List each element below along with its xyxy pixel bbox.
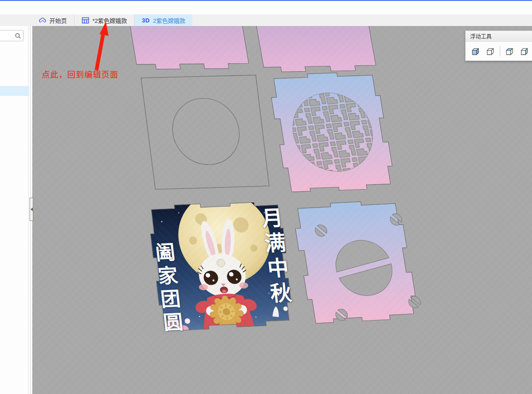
- tab-label: 开始页: [49, 16, 67, 25]
- sidebar-border: [28, 26, 29, 394]
- outline-panel[interactable]: [138, 74, 270, 190]
- window-title-strip: [0, 1, 532, 14]
- grid-icon: [82, 17, 89, 24]
- search-input[interactable]: [0, 31, 15, 40]
- floating-toolbar-body: [466, 42, 532, 61]
- right-face-cube-icon[interactable]: [519, 46, 530, 56]
- tab-3d-preview[interactable]: 3D 2紫色嫦娥款: [135, 14, 192, 26]
- top-face-cube-icon[interactable]: [504, 46, 515, 56]
- wireframe-view-cube-icon[interactable]: [485, 46, 496, 56]
- left-sidebar: [0, 26, 31, 394]
- search-box[interactable]: [0, 30, 24, 41]
- sidebar-selected-row[interactable]: [0, 86, 29, 96]
- annotation-arrow: [89, 20, 114, 72]
- tab-bar: 开始页 *2紫色嫦娥款 3D 2紫色嫦娥款: [0, 14, 532, 26]
- tab-start-page[interactable]: 开始页: [31, 14, 74, 26]
- toolbar-separator: [500, 46, 500, 56]
- photo-panel[interactable]: 月满中秋 阖家团圆: [146, 199, 296, 338]
- floating-toolbar: 浮动工具: [465, 30, 532, 61]
- window-accent-bar: [0, 0, 532, 1]
- annotation-text: 点此，回到编辑页面: [42, 68, 118, 80]
- lid-panel-right[interactable]: [240, 26, 377, 73]
- solid-view-cube-icon[interactable]: [470, 46, 481, 56]
- maze-panel[interactable]: [266, 71, 400, 197]
- application-window: 开始页 *2紫色嫦娥款 3D 2紫色嫦娥款: [0, 0, 532, 394]
- cloud-icon: [39, 17, 46, 24]
- floating-toolbar-header[interactable]: 浮动工具: [466, 31, 532, 42]
- tab-3d-badge: 3D: [142, 17, 150, 24]
- slot-panel[interactable]: [291, 198, 437, 336]
- lid-panel-left[interactable]: [119, 26, 250, 71]
- search-icon[interactable]: [15, 33, 21, 39]
- sidebar-collapse-handle[interactable]: [30, 198, 33, 221]
- viewport-3d[interactable]: 月满中秋 阖家团圆: [32, 26, 532, 394]
- chevron-left-icon: [31, 208, 33, 211]
- tab-label: 2紫色嫦娥款: [153, 16, 185, 25]
